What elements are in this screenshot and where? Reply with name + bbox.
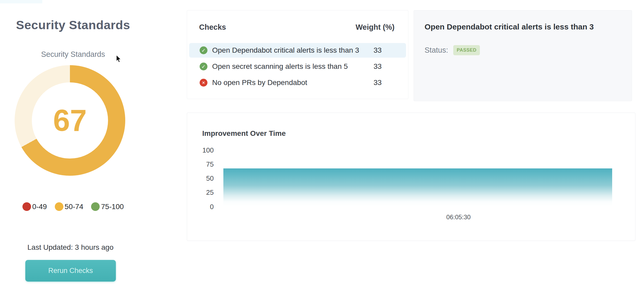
check-row[interactable]: No open PRs by Dependabot 33 bbox=[189, 75, 406, 90]
last-updated-text: Last Updated: 3 hours ago bbox=[0, 243, 141, 252]
check-passed-icon bbox=[200, 63, 207, 70]
rerun-checks-button[interactable]: Rerun Checks bbox=[25, 260, 116, 282]
check-failed-icon bbox=[200, 79, 207, 87]
legend-item-high: 75-100 bbox=[91, 202, 124, 211]
check-row[interactable]: Open Dependabot critical alerts is less … bbox=[189, 43, 406, 58]
check-weight: 33 bbox=[359, 78, 396, 87]
mouse-cursor-icon bbox=[115, 55, 123, 64]
score-gauge: 67 bbox=[15, 65, 125, 176]
y-axis-tick: 0 bbox=[187, 203, 214, 210]
legend-item-low: 0-49 bbox=[22, 202, 47, 211]
check-label: Open secret scanning alerts is less than… bbox=[212, 62, 348, 71]
checks-list: Open Dependabot critical alerts is less … bbox=[189, 43, 406, 92]
score-gauge-hole: 67 bbox=[32, 82, 108, 159]
check-weight: 33 bbox=[359, 62, 396, 71]
check-label: No open PRs by Dependabot bbox=[212, 78, 307, 87]
score-area-series bbox=[223, 168, 612, 206]
check-label: Open Dependabot critical alerts is less … bbox=[212, 46, 359, 54]
page-title: Security Standards bbox=[0, 18, 146, 32]
y-axis-tick: 50 bbox=[187, 175, 214, 182]
legend-item-mid: 50-74 bbox=[55, 202, 84, 211]
score-legend: 0-49 50-74 75-100 bbox=[0, 202, 146, 211]
y-axis-tick: 100 bbox=[187, 147, 214, 154]
chart-title: Improvement Over Time bbox=[202, 129, 286, 138]
checks-card: Checks Weight (%) Open Dependabot critic… bbox=[187, 10, 408, 99]
status-row: Status: PASSED bbox=[425, 45, 480, 55]
improvement-chart-card: Improvement Over Time 100 75 50 25 0 06:… bbox=[187, 113, 635, 241]
page-subtitle: Security Standards bbox=[0, 50, 146, 59]
weight-column-header: Weight (%) bbox=[356, 23, 395, 32]
score-sidebar: Security Standards Security Standards 67… bbox=[0, 0, 146, 292]
check-detail-title: Open Dependabot critical alerts is less … bbox=[425, 22, 624, 31]
check-weight: 33 bbox=[359, 46, 396, 54]
status-label: Status: bbox=[425, 46, 448, 54]
checks-card-header: Checks Weight (%) bbox=[199, 23, 395, 32]
x-axis-tick: 06:05:30 bbox=[432, 214, 485, 221]
y-axis-tick: 25 bbox=[187, 189, 214, 196]
legend-label: 0-49 bbox=[32, 203, 47, 211]
y-axis-tick: 75 bbox=[187, 161, 214, 168]
legend-label: 50-74 bbox=[65, 203, 84, 211]
score-value: 67 bbox=[53, 105, 87, 136]
checks-column-header: Checks bbox=[199, 23, 226, 32]
check-row[interactable]: Open secret scanning alerts is less than… bbox=[189, 59, 406, 74]
check-passed-icon bbox=[200, 46, 207, 54]
status-badge: PASSED bbox=[453, 45, 480, 55]
check-detail-panel: Open Dependabot critical alerts is less … bbox=[414, 10, 632, 101]
security-standards-dashboard: Security Standards Security Standards 67… bbox=[0, 0, 644, 292]
legend-dot-yellow-icon bbox=[55, 202, 63, 211]
legend-dot-green-icon bbox=[91, 202, 100, 211]
legend-dot-red-icon bbox=[22, 202, 31, 211]
legend-label: 75-100 bbox=[101, 203, 124, 211]
